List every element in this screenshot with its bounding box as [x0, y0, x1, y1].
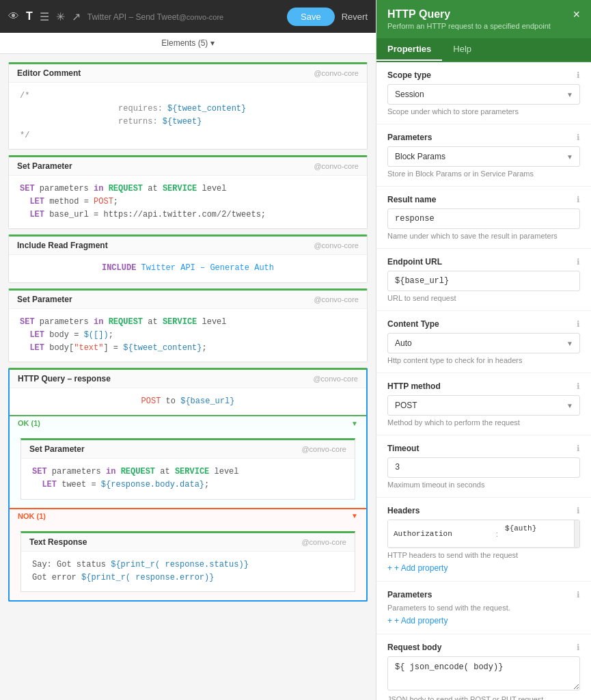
- content-type-select-wrapper: Auto application/json text/plain ▼: [387, 333, 580, 353]
- headers-key-input[interactable]: [388, 520, 495, 547]
- block-header: Editor Comment @convo-core: [9, 64, 367, 83]
- endpoint-url-desc: URL to send request: [387, 294, 580, 302]
- arrow-icon[interactable]: ↗: [72, 10, 81, 23]
- scope-type-label: Scope type: [387, 70, 431, 80]
- endpoint-url-input[interactable]: [387, 271, 580, 291]
- info-icon: ℹ: [577, 506, 580, 515]
- canvas-area: Editor Comment @convo-core /* requires: …: [0, 54, 376, 700]
- parameters-select[interactable]: Block Params Service Params: [387, 146, 580, 167]
- nok-arrow-icon: ▼: [351, 512, 358, 520]
- http-method-desc: Method by which to perform the request: [387, 418, 580, 427]
- block-editor-comment: Editor Comment @convo-core /* requires: …: [8, 62, 368, 150]
- block-header: Text Response @convo-core: [21, 533, 355, 552]
- request-body-input[interactable]: ${ json_encode( body)}: [387, 656, 580, 690]
- panel-header-content: HTTP Query Perform an HTTP request to a …: [387, 8, 551, 30]
- headers-desc: HTTP headers to send with the request: [387, 551, 580, 559]
- block-meta: @convo-core: [314, 295, 359, 304]
- block-title: Set Parameter: [29, 444, 85, 454]
- panel-title: HTTP Query: [387, 8, 551, 21]
- save-button[interactable]: Save: [287, 8, 335, 26]
- right-panel: HTTP Query Perform an HTTP request to a …: [376, 0, 591, 700]
- field-label-row: Endpoint URL ℹ: [387, 257, 580, 267]
- block-body: INCLUDE Twitter API – Generate Auth: [9, 255, 367, 282]
- parameters-desc: Store in Block Params or in Service Para…: [387, 170, 580, 178]
- http-method-select-wrapper: POST GET PUT DELETE PATCH ▼: [387, 395, 580, 416]
- add-param-label: + Add property: [394, 616, 448, 625]
- elements-label: Elements (5) ▾: [161, 38, 214, 48]
- info-icon: ℹ: [577, 257, 580, 267]
- elements-bar[interactable]: Elements (5) ▾: [0, 33, 376, 54]
- ok-section: OK (1) ▼: [10, 415, 366, 430]
- block-title: Set Parameter: [17, 161, 72, 171]
- block-meta: @convo-core: [314, 241, 359, 250]
- block-title: Set Parameter: [17, 295, 72, 304]
- field-label-row: Scope type ℹ: [387, 70, 580, 80]
- block-body: SET parameters in REQUEST at SERVICE lev…: [9, 309, 367, 362]
- field-http-method: HTTP method ℹ POST GET PUT DELETE PATCH …: [376, 373, 591, 435]
- tab-help[interactable]: Help: [442, 38, 482, 61]
- block-body: POST to ${base_url}: [10, 388, 366, 415]
- info-icon: ℹ: [577, 133, 580, 142]
- field-endpoint-url: Endpoint URL ℹ URL to send request: [376, 249, 591, 311]
- block-title: Include Read Fragment: [17, 241, 108, 250]
- panel-body: Scope type ℹ Session Request Global ▼ Sc…: [376, 62, 591, 700]
- endpoint-url-label: Endpoint URL: [387, 257, 442, 267]
- http-method-select[interactable]: POST GET PUT DELETE PATCH: [387, 395, 580, 416]
- http-method-label: HTTP method: [387, 381, 441, 391]
- block-set-parameter-2: Set Parameter @convo-core SET parameters…: [8, 288, 368, 363]
- panel-tabs: Properties Help: [376, 38, 591, 62]
- field-headers: Headers ℹ : ${auth} HTTP headers to send…: [376, 498, 591, 582]
- ok-arrow-icon: ▼: [351, 420, 358, 427]
- field-parameters: Parameters ℹ Block Params Service Params…: [376, 124, 591, 187]
- field-timeout: Timeout ℹ Maximum timeout in seconds: [376, 435, 591, 498]
- eye-icon[interactable]: 👁: [8, 10, 19, 23]
- block-include-read-fragment: Include Read Fragment @convo-core INCLUD…: [8, 234, 368, 282]
- block-header: HTTP Query – response @convo-core: [10, 370, 366, 388]
- request-body-label: Request body: [387, 643, 441, 652]
- title-text: Twitter API – Send Tweet: [87, 12, 179, 22]
- result-name-desc: Name under which to save the result in p…: [387, 232, 580, 240]
- field-label-row: Headers ℹ: [387, 506, 580, 515]
- nok-section: NOK (1) ▼: [10, 508, 366, 523]
- revert-button[interactable]: Revert: [342, 12, 368, 22]
- headers-table: : ${auth}: [387, 520, 580, 548]
- block-header: Set Parameter @convo-core: [9, 157, 367, 176]
- headers-label: Headers: [387, 506, 420, 515]
- panel-subtitle: Perform an HTTP request to a specified e…: [387, 22, 551, 30]
- plus-icon: +: [387, 563, 392, 573]
- add-header-property-button[interactable]: + + Add property: [387, 563, 448, 573]
- info-icon: ℹ: [577, 70, 580, 80]
- info-icon: ℹ: [577, 195, 580, 204]
- info-icon: ℹ: [577, 590, 580, 600]
- info-icon: ℹ: [577, 444, 580, 453]
- text-icon[interactable]: T: [26, 10, 33, 23]
- content-type-select[interactable]: Auto application/json text/plain: [387, 333, 580, 353]
- add-param-property-button[interactable]: + + Add property: [387, 616, 448, 625]
- field-label-row: Request body ℹ: [387, 643, 580, 652]
- scope-type-select[interactable]: Session Request Global: [387, 84, 580, 105]
- block-body: Say: Got status ${print_r( response.stat…: [21, 552, 355, 591]
- params-send-label: Parameters: [387, 590, 432, 600]
- block-set-parameter-1: Set Parameter @convo-core SET parameters…: [8, 155, 368, 230]
- timeout-input[interactable]: [387, 457, 580, 478]
- add-header-label: + Add property: [394, 563, 448, 573]
- headers-colon: :: [495, 526, 499, 542]
- pin-icon[interactable]: ✳: [56, 10, 65, 23]
- parameters-select-wrapper: Block Params Service Params ▼: [387, 146, 580, 167]
- headers-row: : ${auth}: [388, 520, 579, 548]
- field-params-send: Parameters ℹ Parameters to send with the…: [376, 582, 591, 634]
- tab-properties[interactable]: Properties: [376, 38, 442, 61]
- nested-block-set-parameter-ok: Set Parameter @convo-core SET parameters…: [20, 438, 355, 499]
- params-send-desc: Parameters to send with the request.: [387, 604, 580, 612]
- field-label-row: Parameters ℹ: [387, 590, 580, 600]
- block-body: SET parameters in REQUEST at SERVICE lev…: [9, 176, 367, 229]
- result-name-input[interactable]: [387, 208, 580, 229]
- block-title: HTTP Query – response: [18, 374, 111, 383]
- list-icon[interactable]: ☰: [40, 10, 49, 23]
- block-meta: @convo-core: [301, 445, 346, 453]
- field-label-row: Parameters ℹ: [387, 133, 580, 142]
- close-icon[interactable]: ×: [573, 8, 580, 21]
- block-header: Set Parameter @convo-core: [9, 291, 367, 309]
- block-title: Text Response: [29, 537, 87, 547]
- headers-value-input[interactable]: ${auth}: [499, 520, 574, 545]
